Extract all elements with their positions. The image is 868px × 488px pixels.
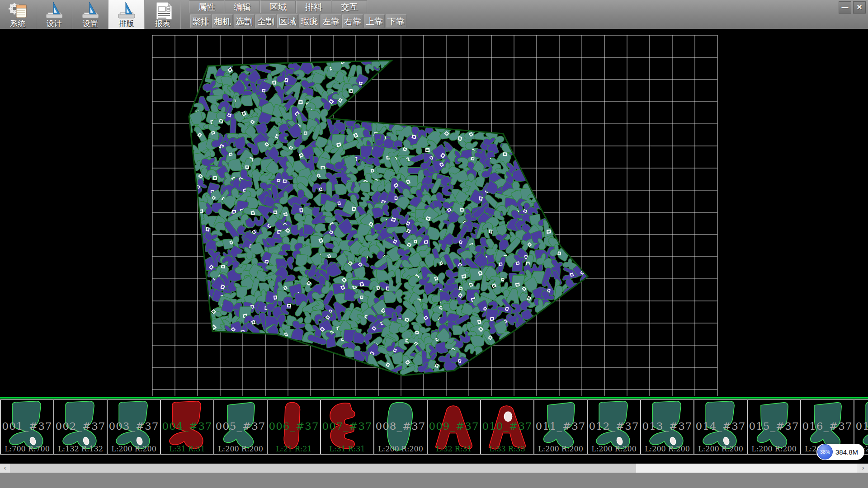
piece-thumbnail-004_#37[interactable]: 004_#37L:31 R:31 xyxy=(161,400,214,454)
tool-button-1[interactable]: 聚排 xyxy=(190,14,211,28)
piece-size-label: L:200 R:200 xyxy=(214,445,267,453)
tool-button-4[interactable]: 全割 xyxy=(255,14,276,28)
piece-id-label: 016_#37 xyxy=(801,420,854,432)
app-button-label: 设计 xyxy=(47,19,62,28)
app-button-1[interactable]: 系统 xyxy=(0,0,36,29)
piece-thumbnail-003_#37[interactable]: 003_#37L:200 R:200 xyxy=(108,400,161,454)
piece-id-label: 010_#37 xyxy=(481,420,533,432)
menu-item-4[interactable]: 排料 xyxy=(296,0,331,13)
piece-thumbnail-strip: 001_#37L:700 R:700002_#37L:132 R:132003_… xyxy=(0,397,868,464)
status-bar xyxy=(0,473,868,488)
tool-button-9[interactable]: 上靠 xyxy=(364,14,385,28)
piece-thumbnail-001_#37[interactable]: 001_#37L:700 R:700 xyxy=(0,400,54,454)
application-window: 系统设计设置排版报表 属性编辑区域排料交互 聚排相机选割全割区域瑕疵左靠右靠上靠… xyxy=(0,0,868,488)
scrollbar-thumb[interactable] xyxy=(10,464,636,473)
piece-id-label: 003_#37 xyxy=(108,420,160,432)
nesting-canvas-svg xyxy=(0,29,868,397)
settings-ruler-icon xyxy=(80,1,100,19)
piece-thumbnail-015_#37[interactable]: 015_#37L:200 R:200 xyxy=(748,400,801,454)
app-mode-buttons: 系统设计设置排版报表 xyxy=(0,0,181,29)
tool-button-8[interactable]: 右靠 xyxy=(342,14,363,28)
strip-separator-line xyxy=(0,397,868,399)
design-ruler-icon xyxy=(44,1,64,19)
tool-button-10[interactable]: 下靠 xyxy=(386,14,406,28)
piece-id-label: 007_#37 xyxy=(321,420,373,432)
piece-thumbnail-014_#37[interactable]: 014_#37L:200 R:200 xyxy=(694,400,748,454)
piece-size-label: L:700 R:700 xyxy=(1,445,53,453)
piece-id-label: 014_#37 xyxy=(694,420,747,432)
piece-id-label: 006_#37 xyxy=(268,420,320,432)
piece-size-label: L:33 R:33 xyxy=(481,445,533,453)
menu-item-2[interactable]: 编辑 xyxy=(225,0,260,13)
piece-id-label: 001_#37 xyxy=(1,420,53,432)
piece-size-label: L:21 R:21 xyxy=(268,445,320,453)
memory-usage-label: 384.8M xyxy=(835,448,858,456)
menu-item-5[interactable]: 交互 xyxy=(332,0,367,13)
app-button-2[interactable]: 设计 xyxy=(36,0,72,29)
minimize-button[interactable]: — xyxy=(839,1,851,14)
piece-thumbnail-002_#37[interactable]: 002_#37L:132 R:132 xyxy=(54,400,108,454)
piece-thumbnail-006_#37[interactable]: 006_#37L:21 R:21 xyxy=(268,400,321,454)
piece-size-label: L:32 R:31 xyxy=(428,445,480,453)
tool-button-6[interactable]: 瑕疵 xyxy=(299,14,320,28)
tool-button-row: 聚排相机选割全割区域瑕疵左靠右靠上靠下靠 xyxy=(190,14,407,28)
piece-size-label: L:200 R:200 xyxy=(694,445,747,453)
piece-id-label: 009_#37 xyxy=(428,420,480,432)
close-button[interactable]: ✕ xyxy=(853,1,866,14)
piece-id-label: 013_#37 xyxy=(641,420,693,432)
piece-id-label: 011_#37 xyxy=(534,420,587,432)
tool-button-7[interactable]: 左靠 xyxy=(321,14,341,28)
piece-id-label: 008_#37 xyxy=(374,420,427,432)
utilization-percent: 38% xyxy=(817,444,833,460)
menu-bar: 属性编辑区域排料交互 xyxy=(189,0,368,14)
nesting-canvas[interactable] xyxy=(0,29,868,397)
piece-size-label: L:132 R:132 xyxy=(54,445,107,453)
app-button-label: 设置 xyxy=(83,19,98,28)
piece-size-label: L:31 R:31 xyxy=(321,445,373,453)
app-button-4[interactable]: 排版 xyxy=(108,0,145,29)
scroll-right-arrow-icon[interactable]: › xyxy=(858,464,868,473)
piece-id-label: 012_#37 xyxy=(588,420,640,432)
app-button-label: 报表 xyxy=(155,19,170,28)
piece-size-label: L:200 R:200 xyxy=(588,445,640,453)
window-controls: — ✕ xyxy=(839,1,866,14)
app-button-label: 系统 xyxy=(10,19,26,28)
piece-size-label: L:200 R:200 xyxy=(641,445,693,453)
app-button-3[interactable]: 设置 xyxy=(72,0,108,29)
app-button-label: 排版 xyxy=(119,19,134,28)
piece-size-label: L:200 R:200 xyxy=(108,445,160,453)
piece-thumbnail-009_#37[interactable]: 009_#37L:32 R:31 xyxy=(428,400,481,454)
piece-thumbnail-008_#37[interactable]: 008_#37L:200 R:200 xyxy=(374,400,428,454)
piece-id-label: 005_#37 xyxy=(214,420,267,432)
nesting-ruler-icon xyxy=(117,1,137,19)
piece-id-label: 004_#37 xyxy=(161,420,213,432)
piece-id-label: 002_#37 xyxy=(54,420,107,432)
tool-button-5[interactable]: 区域 xyxy=(277,14,298,28)
tool-button-2[interactable]: 相机 xyxy=(212,14,233,28)
app-button-5[interactable]: 报表 xyxy=(145,0,181,29)
piece-thumbnail-013_#37[interactable]: 013_#37L:200 R:200 xyxy=(641,400,694,454)
report-doc-icon xyxy=(153,1,173,19)
piece-thumbnail-cells: 001_#37L:700 R:700002_#37L:132 R:132003_… xyxy=(0,399,868,455)
utilization-badge: 38% 384.8M xyxy=(816,444,864,460)
piece-thumbnail-011_#37[interactable]: 011_#37L:200 R:200 xyxy=(534,400,588,454)
system-gear-icon xyxy=(8,1,28,19)
piece-thumbnail-012_#37[interactable]: 012_#37L:200 R:200 xyxy=(588,400,641,454)
scroll-left-arrow-icon[interactable]: ‹ xyxy=(0,464,10,473)
piece-id-label: 015_#37 xyxy=(748,420,800,432)
piece-size-label: L:31 R:31 xyxy=(161,445,213,453)
horizontal-scrollbar: ‹ › xyxy=(0,464,868,473)
menu-item-1[interactable]: 属性 xyxy=(189,0,224,13)
piece-thumbnail-007_#37[interactable]: 007_#37L:31 R:31 xyxy=(321,400,374,454)
piece-thumbnail-005_#37[interactable]: 005_#37L:200 R:200 xyxy=(214,400,268,454)
toolbar: 系统设计设置排版报表 属性编辑区域排料交互 聚排相机选割全割区域瑕疵左靠右靠上靠… xyxy=(0,0,868,29)
piece-id-label: 017_#37 xyxy=(854,420,868,432)
piece-size-label: L:200 R:200 xyxy=(534,445,587,453)
piece-size-label: L:200 R:200 xyxy=(748,445,800,453)
tool-button-3[interactable]: 选割 xyxy=(234,14,255,28)
menu-item-3[interactable]: 区域 xyxy=(260,0,296,13)
piece-size-label: L:200 R:200 xyxy=(374,445,427,453)
piece-thumbnail-010_#37[interactable]: 010_#37L:33 R:33 xyxy=(481,400,534,454)
